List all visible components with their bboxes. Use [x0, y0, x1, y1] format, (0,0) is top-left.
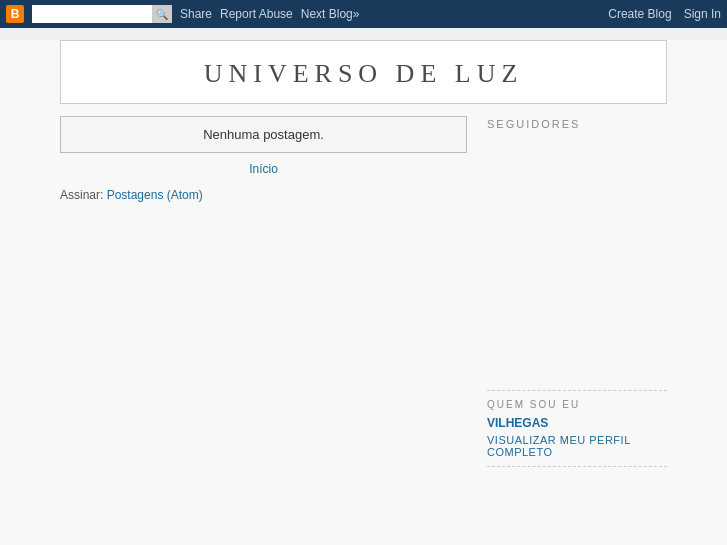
- blog-title: UNIVERSO DE LUZ: [81, 59, 646, 89]
- main-content: Nenhuma postagem. Início Assinar: Postag…: [60, 116, 467, 475]
- sidebar-divider-top: [487, 390, 667, 391]
- no-posts-box: Nenhuma postagem.: [60, 116, 467, 153]
- view-profile-link[interactable]: VISUALIZAR MEU PERFIL COMPLETO: [487, 434, 667, 458]
- navbar-left: B 🔍 Share Report Abuse Next Blog»: [6, 5, 598, 23]
- home-link[interactable]: Início: [249, 162, 278, 176]
- page-wrapper: UNIVERSO DE LUZ Nenhuma postagem. Início…: [0, 40, 727, 545]
- search-input[interactable]: [32, 5, 152, 23]
- subscribe-row: Assinar: Postagens (Atom): [60, 188, 467, 202]
- blog-header: UNIVERSO DE LUZ: [60, 40, 667, 104]
- sidebar: SEGUIDORES QUEM SOU EU VILHEGAS VISUALIZ…: [487, 116, 667, 475]
- subscribe-prefix: Assinar:: [60, 188, 107, 202]
- vilhegas-link[interactable]: VILHEGAS: [487, 416, 667, 430]
- blogger-logo[interactable]: B: [6, 5, 24, 23]
- sidebar-divider-bottom: [487, 466, 667, 467]
- quem-sou-eu-label: QUEM SOU EU: [487, 399, 667, 410]
- navbar-right: Create Blog Sign In: [608, 7, 721, 21]
- report-abuse-link[interactable]: Report Abuse: [220, 7, 293, 21]
- seguidores-label: SEGUIDORES: [487, 118, 667, 130]
- sign-in-link[interactable]: Sign In: [684, 7, 721, 21]
- share-link[interactable]: Share: [180, 7, 212, 21]
- search-icon: 🔍: [156, 9, 168, 20]
- search-form: 🔍: [32, 5, 172, 23]
- quem-sou-eu-section: QUEM SOU EU VILHEGAS VISUALIZAR MEU PERF…: [487, 390, 667, 467]
- blogger-logo-letter: B: [11, 8, 20, 20]
- navbar: B 🔍 Share Report Abuse Next Blog» Create…: [0, 0, 727, 28]
- create-blog-link[interactable]: Create Blog: [608, 7, 671, 21]
- subscribe-link[interactable]: Postagens (Atom): [107, 188, 203, 202]
- home-link-row: Início: [60, 161, 467, 176]
- content-area: Nenhuma postagem. Início Assinar: Postag…: [60, 116, 667, 475]
- search-button[interactable]: 🔍: [152, 5, 172, 23]
- next-blog-link[interactable]: Next Blog»: [301, 7, 360, 21]
